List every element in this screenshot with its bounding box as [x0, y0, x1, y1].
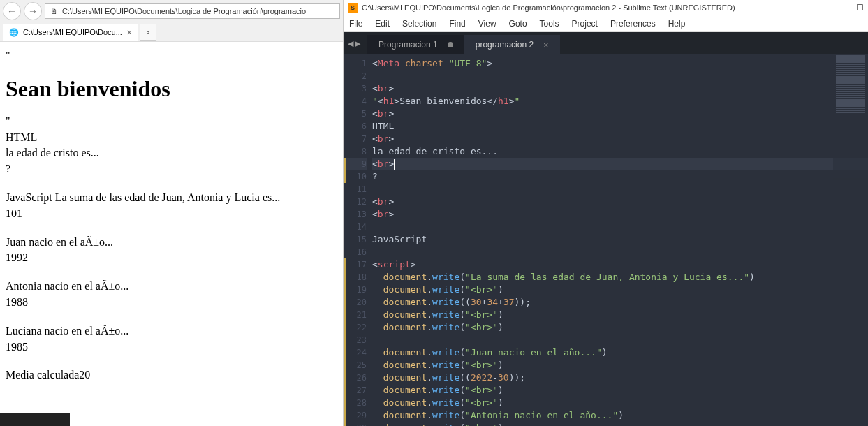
editor-tab-1[interactable]: Programacion 1 — [367, 35, 464, 54]
line-number: 2 — [346, 70, 367, 82]
code-line[interactable]: document.write("La suma de las edad de J… — [372, 271, 868, 284]
text-media: Media calculada20 — [6, 368, 337, 383]
menu-find[interactable]: Find — [449, 19, 465, 29]
line-number: 30 — [344, 422, 367, 426]
menu-help[interactable]: Help — [668, 19, 686, 29]
text-suma-val: 101 — [6, 207, 337, 221]
code-line[interactable]: <br> — [372, 158, 868, 170]
code-line[interactable]: ? — [372, 170, 868, 183]
text-juan-val: 1992 — [6, 251, 337, 265]
back-button[interactable]: ← — [3, 2, 21, 20]
code-line[interactable]: <br> — [372, 196, 868, 208]
code-line[interactable] — [372, 334, 868, 346]
editor-tab-2[interactable]: programacion 2 × — [464, 35, 560, 54]
line-number: 3 — [346, 82, 367, 95]
code-line[interactable]: "<h1>Sean bienvenidos</h1>" — [372, 95, 868, 108]
minimize-button[interactable]: ─ — [837, 3, 844, 13]
ie-tab-title: C:\Users\MI EQUIPO\Docu... — [23, 28, 122, 36]
maximize-button[interactable]: ☐ — [856, 3, 864, 13]
dirty-indicator-icon — [448, 42, 453, 47]
page-heading: Sean bienvenidos — [6, 76, 337, 102]
menu-project[interactable]: Project — [572, 19, 598, 29]
tab-nav-arrows[interactable]: ◀▶ — [348, 39, 360, 48]
code-line[interactable]: document.write("<br>") — [372, 359, 868, 372]
line-number: 5 — [346, 108, 367, 120]
menu-file[interactable]: File — [349, 19, 362, 29]
code-line[interactable]: document.write("Antonia nacio en el año.… — [372, 409, 868, 422]
line-number: 15 — [346, 233, 367, 246]
line-number: 14 — [346, 221, 367, 233]
menu-selection[interactable]: Selection — [402, 19, 436, 29]
code-line[interactable]: document.write("Juan nacio en el año..."… — [372, 346, 868, 359]
text-juan: Juan nacio en el aÃ±o... — [6, 235, 337, 250]
line-number: 22 — [344, 321, 367, 334]
line-number: 24 — [344, 346, 367, 359]
text-antonia: Antonia nacio en el aÃ±o... — [6, 279, 337, 294]
ie-tab-active[interactable]: 🌐 C:\Users\MI EQUIPO\Docu... ✕ — [3, 24, 138, 41]
code-line[interactable]: document.write((2022-30)); — [372, 372, 868, 384]
line-number: 10 — [344, 170, 367, 183]
code-line[interactable]: <Meta charset-"UTF-8"> — [372, 57, 868, 70]
sublime-window: S C:\Users\MI EQUIPO\Documents\Logica de… — [344, 0, 868, 426]
code-line[interactable]: document.write("<br>") — [372, 384, 868, 397]
line-number: 8 — [346, 145, 367, 158]
line-number: 17 — [344, 258, 367, 271]
code-line[interactable] — [372, 70, 868, 82]
code-line[interactable]: JavaScript — [372, 233, 868, 246]
window-controls: ─ ☐ — [837, 3, 864, 13]
text-quote2: " — [6, 115, 337, 129]
line-number: 20 — [344, 296, 367, 309]
code-line[interactable]: document.write("<br>") — [372, 397, 868, 409]
close-icon[interactable]: × — [543, 40, 549, 50]
code-line[interactable] — [372, 246, 868, 258]
new-tab-button[interactable]: ▫ — [140, 24, 156, 41]
menubar: File Edit Selection Find View Goto Tools… — [344, 15, 868, 32]
file-icon: 🗎 — [48, 6, 59, 17]
code-line[interactable] — [372, 221, 868, 233]
code-line[interactable]: <br> — [372, 82, 868, 95]
line-number: 4 — [346, 95, 367, 108]
menu-goto[interactable]: Goto — [509, 19, 527, 29]
address-bar[interactable]: 🗎 C:\Users\MI EQUIPO\Documents\Logica de… — [45, 3, 340, 19]
text-js-suma: JavaScript La suma de las edad de Juan, … — [6, 191, 337, 205]
editor-area[interactable]: 1234567891011121314151617181920212223242… — [344, 54, 868, 426]
tab-label: Programacion 1 — [378, 40, 438, 50]
text-antonia-val: 1988 — [6, 295, 337, 310]
menu-edit[interactable]: Edit — [375, 19, 390, 29]
code-line[interactable]: document.write("<br>") — [372, 321, 868, 334]
line-number: 25 — [344, 359, 367, 372]
line-number: 11 — [346, 183, 367, 196]
text-quote: " — [6, 49, 337, 64]
text-edad: la edad de cristo es... — [6, 146, 337, 161]
text-html: HTML — [6, 131, 337, 145]
code-line[interactable]: document.write((30+34+37)); — [372, 296, 868, 309]
code-line[interactable]: <script> — [372, 258, 868, 271]
code-line[interactable]: <br> — [372, 108, 868, 120]
menu-preferences[interactable]: Preferences — [610, 19, 656, 29]
ie-tabstrip: 🌐 C:\Users\MI EQUIPO\Docu... ✕ ▫ — [0, 22, 343, 42]
ie-favicon: 🌐 — [9, 28, 19, 37]
code-line[interactable] — [372, 183, 868, 196]
code-line[interactable]: <br> — [372, 208, 868, 221]
menu-tools[interactable]: Tools — [540, 19, 559, 29]
close-icon[interactable]: ✕ — [126, 29, 132, 36]
menu-view[interactable]: View — [478, 19, 496, 29]
code-line[interactable]: HTML — [372, 120, 868, 133]
page-content: " Sean bienvenidos " HTML la edad de cri… — [0, 42, 343, 390]
line-number: 19 — [344, 284, 367, 296]
text-luciana-val: 1985 — [6, 340, 337, 355]
line-number: 27 — [344, 384, 367, 397]
code-line[interactable]: document.write("<br>") — [372, 422, 868, 426]
code-line[interactable]: document.write("<br>") — [372, 284, 868, 296]
line-number: 23 — [344, 334, 367, 346]
text-luciana: Luciana nacio en el aÃ±o... — [6, 324, 337, 339]
line-number: 9 — [344, 158, 367, 170]
code-area[interactable]: <Meta charset-"UTF-8"><br>"<h1>Sean bien… — [372, 54, 868, 426]
code-line[interactable]: la edad de cristo es... — [372, 145, 868, 158]
code-line[interactable]: document.write("<br>") — [372, 309, 868, 321]
code-line[interactable]: <br> — [372, 133, 868, 145]
line-number: 18 — [344, 271, 367, 284]
minimap[interactable] — [833, 54, 868, 180]
forward-button[interactable]: → — [24, 2, 42, 20]
url-text: C:\Users\MI EQUIPO\Documents\Logica de P… — [62, 7, 306, 15]
